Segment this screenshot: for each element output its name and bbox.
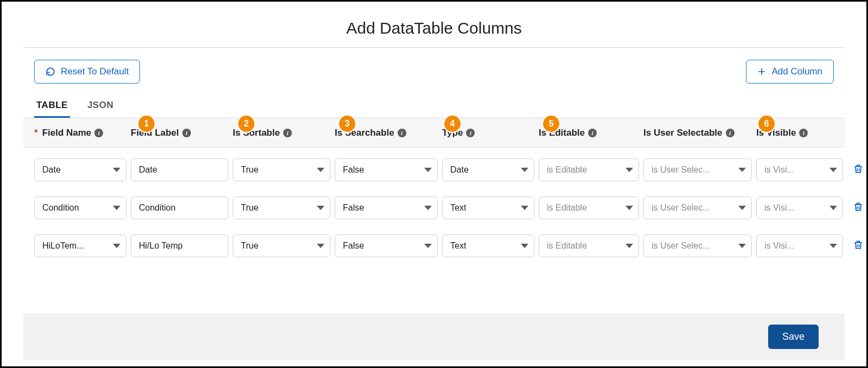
trash-icon [853,201,864,214]
chevron-down-icon [738,206,746,210]
reset-button[interactable]: Reset To Default [34,60,140,84]
footer-bar: Save [23,313,845,360]
field-name-select[interactable]: Date [34,158,126,181]
select-value: Date [42,165,61,175]
field-name-select[interactable]: HiLoTem... [34,234,126,257]
info-icon[interactable]: i [726,129,735,137]
chevron-down-icon [113,244,120,248]
table-row: DateDateTrueFalseDateis Editableis User … [23,158,845,181]
select-value: Text [450,203,466,213]
chevron-down-icon [317,206,324,210]
field-label-input[interactable]: Condition [131,196,228,219]
header-field-name: * Field Name i [34,128,126,138]
table-row: ConditionConditionTrueFalseTextis Editab… [23,196,845,219]
is-user-selectable-select[interactable]: is User Selec... [643,196,752,219]
callout-badge: 5 [543,116,559,132]
info-icon[interactable]: i [182,129,191,137]
chevron-down-icon [829,244,837,248]
chevron-down-icon [626,206,633,210]
select-value: is Visi... [764,165,794,175]
table-body: DateDateTrueFalseDateis Editableis User … [23,148,845,257]
tab-table[interactable]: TABLE [34,97,70,118]
info-icon[interactable]: i [398,129,406,137]
table-row: HiLoTem...Hi/Lo TempTrueFalseTextis Edit… [23,234,845,257]
is-searchable-select[interactable]: False [335,234,438,257]
select-value: is User Selec... [652,241,710,251]
header-label: Field Label [131,128,179,138]
callout-badge: 3 [339,116,355,132]
toolbar: Reset To Default Add Column [23,60,845,97]
header-type: 4 Type i [442,128,534,138]
select-value: True [241,203,258,213]
header-is-sortable: 2 Is Sortable i [233,128,330,138]
field-label-input[interactable]: Date [131,158,228,181]
info-icon[interactable]: i [466,129,475,137]
type-select[interactable]: Text [442,196,534,219]
info-icon[interactable]: i [588,129,597,137]
field-label-input[interactable]: Hi/Lo Temp [131,234,228,257]
field-name-select[interactable]: Condition [34,196,126,219]
is-user-selectable-select[interactable]: is User Selec... [643,158,752,181]
chevron-down-icon [521,168,528,172]
tab-json[interactable]: JSON [85,97,116,118]
input-value: Date [139,165,157,175]
select-value: Text [450,241,466,251]
delete-row-button[interactable] [847,201,868,214]
divider [23,47,845,48]
is-searchable-select[interactable]: False [335,158,438,181]
callout-badge: 6 [758,116,775,132]
select-value: is User Selec... [652,165,710,175]
is-visible-select[interactable]: is Visi... [756,234,843,257]
is-visible-select[interactable]: is Visi... [756,158,843,181]
input-value: Hi/Lo Temp [139,241,183,251]
is-editable-select[interactable]: is Editable [539,234,639,257]
is-sortable-select[interactable]: True [233,196,330,219]
is-sortable-select[interactable]: True [233,158,330,181]
callout-badge: 1 [138,116,155,132]
required-marker: * [34,128,38,138]
is-visible-select[interactable]: is Visi... [756,196,843,219]
header-is-user-selectable: Is User Selectable i [643,128,752,138]
chevron-down-icon [829,206,837,210]
select-value: False [343,203,364,213]
chevron-down-icon [317,168,324,172]
delete-row-button[interactable] [847,239,868,252]
type-select[interactable]: Text [442,234,534,257]
info-icon[interactable]: i [283,129,292,137]
select-value: False [343,241,364,251]
type-select[interactable]: Date [442,158,534,181]
chevron-down-icon [317,244,324,248]
info-icon[interactable]: i [799,129,808,137]
info-icon[interactable]: i [94,129,103,137]
select-value: is Editable [547,203,587,213]
chevron-down-icon [829,168,837,172]
select-value: Condition [42,203,79,213]
chevron-down-icon [626,244,633,248]
trash-icon [853,239,864,252]
is-editable-select[interactable]: is Editable [539,158,639,181]
save-button[interactable]: Save [768,325,819,349]
page-title: Add DataTable Columns [23,19,845,37]
refresh-icon [46,67,55,77]
chevron-down-icon [521,244,528,248]
header-label: Is User Selectable [643,128,723,138]
is-sortable-select[interactable]: True [233,234,330,257]
is-editable-select[interactable]: is Editable [539,196,639,219]
is-user-selectable-select[interactable]: is User Selec... [643,234,752,257]
select-value: HiLoTem... [42,241,84,251]
trash-icon [853,163,864,176]
chevron-down-icon [424,168,432,172]
select-value: is User Selec... [652,203,710,213]
add-column-button[interactable]: Add Column [746,60,834,84]
callout-badge: 2 [238,116,254,132]
reset-button-label: Reset To Default [61,66,129,77]
tabs: TABLE JSON [23,97,845,118]
add-column-label: Add Column [771,66,822,77]
input-value: Condition [139,203,176,213]
is-searchable-select[interactable]: False [335,196,438,219]
select-value: is Visi... [764,203,794,213]
delete-row-button[interactable] [847,163,868,176]
plus-icon [757,67,766,76]
header-is-searchable: 3 Is Searchable i [335,128,438,138]
select-value: False [343,165,364,175]
